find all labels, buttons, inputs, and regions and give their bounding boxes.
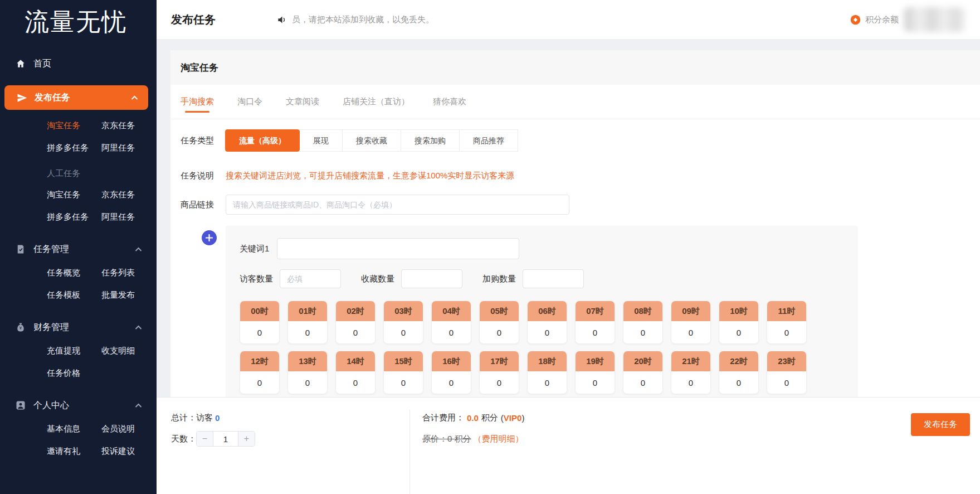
hour-label-12: 12时: [240, 351, 279, 371]
days-value[interactable]: 1: [213, 432, 238, 446]
money-bag-icon: ¥: [16, 322, 26, 332]
hour-cell-14: 14时: [335, 351, 376, 394]
hour-value-input-7[interactable]: [576, 321, 615, 343]
hour-value-input-13[interactable]: [288, 371, 327, 394]
announcement: 员，请把本站添加到收藏，以免丢失。: [277, 14, 434, 25]
hour-value-input-17[interactable]: [480, 371, 519, 394]
hour-cell-9: 09时: [671, 301, 711, 344]
sidebar-subitem-0[interactable]: 任务概览: [47, 268, 97, 278]
task-type-option-0[interactable]: 流量（高级）: [225, 129, 300, 152]
fee-detail-link[interactable]: （费用明细）: [474, 434, 524, 444]
cart-count-input[interactable]: [523, 269, 584, 288]
home-icon: [16, 59, 26, 69]
sidebar-item-publish-tasks[interactable]: 发布任务: [4, 85, 148, 110]
sidebar-item-task-management[interactable]: 任务管理: [0, 241, 157, 257]
days-decrement-button[interactable]: −: [197, 432, 213, 446]
visitor-count-input[interactable]: [280, 269, 341, 288]
sidebar-item-personal-center[interactable]: 个人中心: [0, 398, 157, 413]
hour-cell-5: 05时: [479, 301, 519, 344]
hour-value-input-12[interactable]: [240, 371, 279, 394]
quantity-row: 访客数量 收藏数量 加购数量: [240, 269, 844, 288]
hour-value-input-3[interactable]: [384, 321, 423, 343]
sidebar-subitem-3[interactable]: 批量发布: [101, 290, 157, 301]
keyword-row: 关键词1: [240, 238, 844, 259]
keyword-input[interactable]: [277, 238, 519, 259]
sidebar-subitem-3[interactable]: 投诉建议: [101, 446, 157, 457]
task-desc-label: 任务说明: [181, 171, 226, 181]
fee-unit: 积分: [481, 413, 498, 423]
hour-value-input-1[interactable]: [288, 321, 327, 343]
sidebar-subitem-0[interactable]: 基本信息: [47, 424, 97, 434]
hour-value-input-20[interactable]: [623, 371, 662, 394]
sidebar-subitem-2[interactable]: 任务价格: [47, 368, 97, 379]
product-link-label: 商品链接: [181, 200, 226, 210]
hour-label-21: 21时: [671, 351, 710, 371]
hour-value-input-19[interactable]: [576, 371, 615, 394]
hour-value-input-21[interactable]: [671, 371, 710, 394]
task-desc-row: 任务说明 搜索关键词进店浏览，可提升店铺搜索流量，生意参谋100%实时显示访客来…: [181, 171, 970, 181]
sidebar-subitem-2[interactable]: 拼多多任务: [47, 143, 97, 153]
speaker-icon: [277, 14, 287, 25]
tab-4[interactable]: 猜你喜欢: [433, 85, 466, 119]
sidebar-subitem-0[interactable]: 充值提现: [47, 346, 97, 356]
hour-value-input-16[interactable]: [432, 371, 471, 394]
chevron-up-icon: [135, 247, 142, 252]
task-type-option-3[interactable]: 搜索加购: [401, 129, 460, 152]
hour-value-input-11[interactable]: [767, 321, 806, 343]
hour-value-input-18[interactable]: [528, 371, 567, 394]
hour-value-input-4[interactable]: [432, 321, 471, 343]
sidebar-item-finance-management[interactable]: ¥ 财务管理: [0, 319, 157, 335]
sidebar-subitem-0[interactable]: 淘宝任务: [47, 190, 97, 200]
hour-value-input-8[interactable]: [623, 321, 662, 343]
sidebar-subitem-1[interactable]: 京东任务: [101, 190, 157, 200]
sidebar-subitem-1[interactable]: 收支明细: [101, 346, 157, 356]
days-increment-button[interactable]: +: [238, 432, 255, 446]
sidebar-subitem-2[interactable]: 拼多多任务: [47, 212, 97, 222]
sidebar-subitem-3[interactable]: 阿里任务: [101, 212, 157, 222]
hour-value-input-2[interactable]: [336, 321, 375, 343]
hour-value-input-0[interactable]: [240, 321, 279, 343]
sidebar-item-label: 财务管理: [33, 322, 135, 333]
sidebar-subitem-1[interactable]: 任务列表: [101, 268, 157, 278]
task-type-option-1[interactable]: 展现: [299, 129, 343, 152]
tab-3[interactable]: 店铺关注（直访）: [343, 85, 409, 119]
hour-label-2: 02时: [336, 301, 375, 321]
hour-cell-10: 10时: [719, 301, 759, 344]
days-label: 天数：: [171, 434, 196, 444]
hour-value-input-22[interactable]: [719, 371, 758, 394]
hour-value-input-6[interactable]: [528, 321, 567, 343]
task-type-option-4[interactable]: 商品推荐: [459, 129, 518, 152]
task-type-option-2[interactable]: 搜索收藏: [342, 129, 401, 152]
sidebar-subitem-3[interactable]: 阿里任务: [101, 143, 157, 153]
publish-task-button[interactable]: 发布任务: [911, 413, 970, 436]
hour-value-input-5[interactable]: [480, 321, 519, 343]
sidebar-subitem-1[interactable]: 会员说明: [101, 424, 157, 434]
hour-value-input-15[interactable]: [384, 371, 423, 394]
hour-value-input-14[interactable]: [336, 371, 375, 394]
sidebar-subitem-2[interactable]: 任务模板: [47, 290, 97, 301]
favorite-count-input[interactable]: [401, 269, 462, 288]
hour-value-input-23[interactable]: [767, 371, 806, 394]
sidebar-subitem-1[interactable]: 京东任务: [101, 120, 157, 131]
product-link-input[interactable]: [226, 195, 569, 215]
hour-value-input-9[interactable]: [671, 321, 710, 343]
tab-1[interactable]: 淘口令: [237, 85, 262, 119]
add-keyword-button[interactable]: [202, 230, 217, 245]
keyword-panel: 关键词1 访客数量 收藏数量 加购数量 00时01时02时03时04时05时06…: [226, 226, 858, 397]
hour-value-input-10[interactable]: [719, 321, 758, 343]
tab-0[interactable]: 手淘搜索: [181, 85, 214, 119]
task-type-row: 任务类型 流量（高级）展现搜索收藏搜索加购商品推荐: [181, 129, 970, 152]
tab-2[interactable]: 文章阅读: [286, 85, 319, 119]
sidebar-subitem-2[interactable]: 邀请有礼: [47, 446, 97, 457]
sidebar-item-label: 个人中心: [33, 400, 135, 411]
hour-cell-20: 20时: [623, 351, 663, 394]
sidebar-item-home[interactable]: 首页: [0, 55, 157, 72]
sidebar-subitem-0[interactable]: 淘宝任务: [47, 120, 97, 131]
balance-label: 积分余额: [865, 14, 899, 25]
fee-label: 合计费用：: [422, 413, 464, 423]
sidebar-item-label: 任务管理: [33, 244, 135, 255]
hour-label-15: 15时: [384, 351, 423, 371]
hour-cell-13: 13时: [287, 351, 328, 394]
hour-label-19: 19时: [576, 351, 615, 371]
chevron-up-icon: [131, 95, 138, 100]
